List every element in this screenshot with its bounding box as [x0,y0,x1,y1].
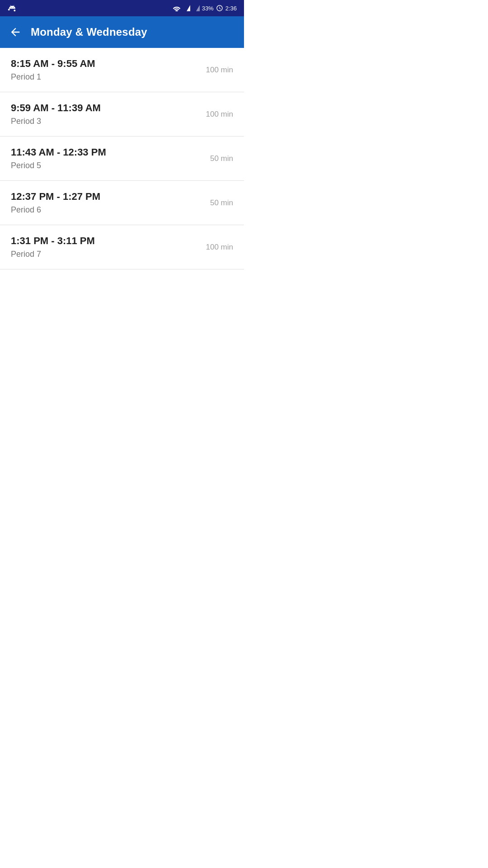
schedule-period: Period 7 [11,250,95,259]
schedule-period: Period 1 [11,72,95,82]
alarm-icon [216,5,223,12]
svg-marker-0 [187,5,190,11]
schedule-item-left: 8:15 AM - 9:55 AM Period 1 [11,58,95,82]
schedule-item-left: 12:37 PM - 1:27 PM Period 6 [11,191,100,215]
schedule-time: 8:15 AM - 9:55 AM [11,58,95,70]
android-icon [7,3,17,13]
svg-marker-1 [196,5,200,11]
status-bar: 33% 2:36 [0,0,244,16]
schedule-item[interactable]: 1:31 PM - 3:11 PM Period 7 100 min [0,225,244,269]
app-bar: Monday & Wednesday [0,16,244,48]
schedule-item-left: 11:43 AM - 12:33 PM Period 5 [11,146,106,170]
schedule-item-left: 9:59 AM - 11:39 AM Period 3 [11,102,101,126]
schedule-time: 1:31 PM - 3:11 PM [11,235,95,247]
schedule-item-left: 1:31 PM - 3:11 PM Period 7 [11,235,95,259]
schedule-list: 8:15 AM - 9:55 AM Period 1 100 min 9:59 … [0,48,244,269]
back-arrow-icon [9,26,22,38]
schedule-item[interactable]: 9:59 AM - 11:39 AM Period 3 100 min [0,92,244,137]
signal-icon [183,5,190,11]
schedule-duration: 100 min [206,66,233,75]
schedule-duration: 100 min [206,243,233,252]
schedule-item[interactable]: 11:43 AM - 12:33 PM Period 5 50 min [0,137,244,181]
schedule-time: 11:43 AM - 12:33 PM [11,146,106,158]
schedule-time: 9:59 AM - 11:39 AM [11,102,101,114]
battery-text: 33% [202,5,214,12]
schedule-duration: 50 min [210,154,233,163]
wifi-icon [173,5,181,11]
page-title: Monday & Wednesday [31,26,147,38]
schedule-period: Period 6 [11,205,100,215]
schedule-period: Period 3 [11,117,101,126]
schedule-duration: 100 min [206,110,233,119]
schedule-period: Period 5 [11,161,106,170]
schedule-item[interactable]: 12:37 PM - 1:27 PM Period 6 50 min [0,181,244,225]
schedule-duration: 50 min [210,198,233,208]
back-button[interactable] [9,26,22,38]
signal2-icon [192,5,200,11]
schedule-time: 12:37 PM - 1:27 PM [11,191,100,203]
status-icons: 33% 2:36 [173,5,237,12]
schedule-item[interactable]: 8:15 AM - 9:55 AM Period 1 100 min [0,48,244,92]
time-text: 2:36 [225,5,237,12]
